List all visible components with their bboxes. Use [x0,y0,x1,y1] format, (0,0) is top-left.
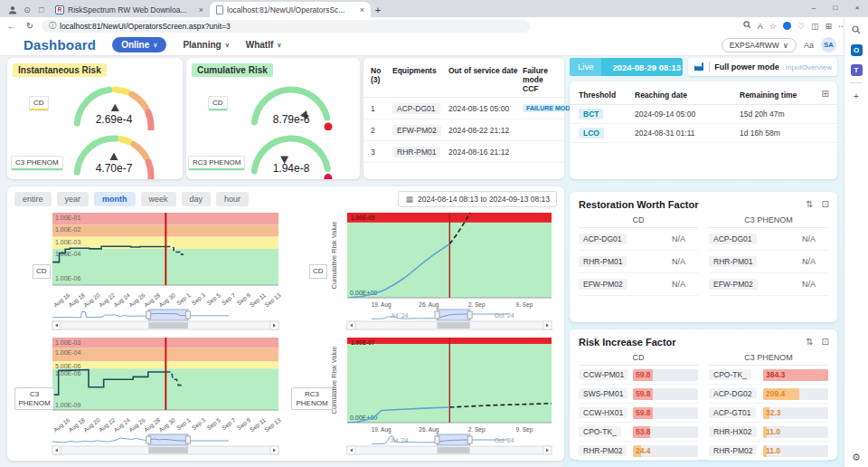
sidebar-search-icon[interactable] [849,23,863,37]
input-overview-link[interactable]: InputOverview [786,63,832,71]
list-item: SWS-PM0159.8 [579,385,698,404]
date-range-picker[interactable]: ▦ 2024-08-14 08:13 to 2024-09-13 08:13 [398,191,557,207]
tab-week[interactable]: week [141,192,176,206]
browser-essentials-icon[interactable]: ♡ [797,22,805,31]
user-avatar[interactable]: SA [821,37,836,52]
table-row: 3 RHR-PM01 2024-08-16 21:12 [363,141,564,163]
svg-text:2.69e-4: 2.69e-4 [96,113,133,126]
tab-title: localhost:81/NewUI/OperatorsSc... [227,5,356,14]
svg-text:Sep 1: Sep 1 [175,291,193,307]
tab-year[interactable]: year [57,192,90,206]
rif-bar: 11.0 [763,426,828,438]
restoration-worth-factor-panel: Restoration Worth Factor ⇅ ⊡ CD ACP-DG01… [570,192,837,322]
edge-sidebar: O T + ⚙ [844,17,868,467]
table-row: 1 ACP-DG01 2024-08-15 05:00 FAILURE MODE… [363,98,564,119]
svg-text:5.00E-06: 5.00E-06 [55,363,81,369]
svg-text:9. Sep: 9. Sep [515,301,533,309]
profile-icon[interactable] [5,2,20,17]
browser-address-bar: ← ↻ ⓘ localhost:81/NewUI/OperatorsScreen… [0,17,868,34]
rif-bar: 59.8 [633,369,698,381]
close-window-button[interactable]: × [846,0,868,14]
svg-text:Aug 30: Aug 30 [157,291,176,309]
time-range-tabs: entire year month week day hour [14,192,249,206]
list-item: CPO-TK_384.3 [709,366,828,385]
threshold-badge: BCT [579,109,603,119]
chart-side-label: C3 PHENOM [14,387,54,410]
panel-title: Restoration Worth Factor [570,192,837,214]
page-zoom-icon[interactable] [743,21,751,31]
refresh-button[interactable]: ↻ [24,21,36,31]
tab-month[interactable]: month [94,192,136,206]
favorites-star-icon[interactable]: ☆ [769,22,777,31]
equipment-chip: RHR-PM01 [392,147,440,157]
gauge-row: C3 PHENOM 4.70e-7 [7,127,183,179]
svg-text:1.00E-09: 1.00E-09 [55,402,81,408]
translate-icon[interactable]: Aa [804,41,814,50]
tab-group-icon[interactable]: □ [34,2,49,17]
collections-icon[interactable]: ⊞ [825,22,832,31]
cd-cumulative-chart[interactable]: 0.00E+001.00E-05Cumulative Risk Value19.… [289,210,559,333]
svg-text:9. Sep: 9. Sep [515,426,533,434]
site-info-icon[interactable]: ⓘ [49,21,56,31]
tab-hour[interactable]: hour [216,192,249,206]
minimize-button[interactable]: – [803,0,825,14]
cd-instantaneous-chart[interactable]: 1.00E-011.00E-021.00E-031.00E-041.00E-06… [13,210,286,333]
plant-mode-box: Full power mode InputOverview [688,58,837,76]
sort-icon[interactable]: ⇅ [806,337,813,347]
svg-text:1.00E-02: 1.00E-02 [55,226,81,233]
read-aloud-icon[interactable]: A [758,22,763,31]
table-row: LCO 2024-08-31 01:11 1d 16h 58m [570,124,837,143]
outlook-icon[interactable]: O [849,43,863,57]
svg-text:Aug 30: Aug 30 [157,416,176,434]
expand-icon[interactable]: ⊡ [822,199,829,209]
svg-text:Sep 1: Sep 1 [175,416,193,432]
chevron-down-icon: ∨ [277,42,281,49]
table-header: Threshold Reaching date Remaining time [570,81,837,105]
risk-charts-panel: entire year month week day hour ▦ 2024-0… [7,186,564,461]
svg-text:Jul '24: Jul '24 [390,437,408,443]
gauge-row: CD 2.69e-4 [7,78,183,130]
tab-day[interactable]: day [182,192,212,206]
maximize-button[interactable]: □ [825,0,846,14]
planning-menu[interactable]: Planning ∨ [183,40,229,50]
tab-title: RiskSpectrum RW Web Downloa... [68,5,195,14]
whatif-menu[interactable]: WhatIf ∨ [246,40,282,50]
column-header: C3 PHENOM [709,352,828,366]
tab-close-icon[interactable]: × [199,5,203,14]
browser-tab-operators-screen[interactable]: localhost:81/NewUI/OperatorsSc... × [210,2,371,17]
svg-text:Sep 13: Sep 13 [263,416,282,434]
live-timestamp-bar: Live 2024-08-29 08:13 [570,58,683,76]
model-selector[interactable]: EXPSA4RWW ∨ [722,38,797,52]
sort-icon[interactable]: ⇅ [806,199,813,209]
svg-text:19. Aug: 19. Aug [372,426,392,434]
svg-text:Sep 7: Sep 7 [221,291,238,307]
svg-text:Oct '24: Oct '24 [495,312,514,319]
grid-view-icon[interactable]: ⊞ [822,89,829,99]
teams-icon[interactable]: T [849,62,863,77]
tab-entire[interactable]: entire [14,192,52,206]
tab-close-icon[interactable]: × [360,5,364,14]
expand-icon[interactable]: ⊡ [822,337,829,347]
rif-bar: 11.0 [763,445,828,457]
online-menu[interactable]: Online ∨ [112,37,166,52]
sidebar-settings-gear-icon[interactable]: ⚙ [844,452,868,463]
password-extension-icon[interactable] [783,22,791,30]
page-title: Dashboard [24,37,96,52]
svg-text:Sep 7: Sep 7 [221,416,238,432]
live-badge: Live [570,58,601,76]
svg-text:Jul '24: Jul '24 [390,312,408,319]
new-tab-button[interactable]: + [371,2,385,17]
browser-tab-riskspectrum[interactable]: R RiskSpectrum RW Web Downloa... × [49,2,210,17]
split-screen-icon[interactable]: ◫ [811,22,819,31]
list-item: RHR-PM0211.0 [709,442,828,461]
panel-title: Instantaneous Risk [13,63,107,77]
sidebar-add-icon[interactable]: + [849,89,863,103]
workspaces-icon[interactable]: ⊙ [20,2,34,17]
instantaneous-risk-panel: Instantaneous Risk CD 2.69e-4 C3 PHENOM … [7,58,183,179]
back-button[interactable]: ← [5,21,18,31]
url-field[interactable]: ⓘ localhost:81/NewUI/OperatorsScreen.asp… [42,20,530,33]
live-status-row: Live 2024-08-29 08:13 Full power mode In… [570,58,837,76]
plant-mode-label: Full power mode [714,62,779,71]
page-favicon [216,5,223,14]
column-header: CD [579,352,698,366]
